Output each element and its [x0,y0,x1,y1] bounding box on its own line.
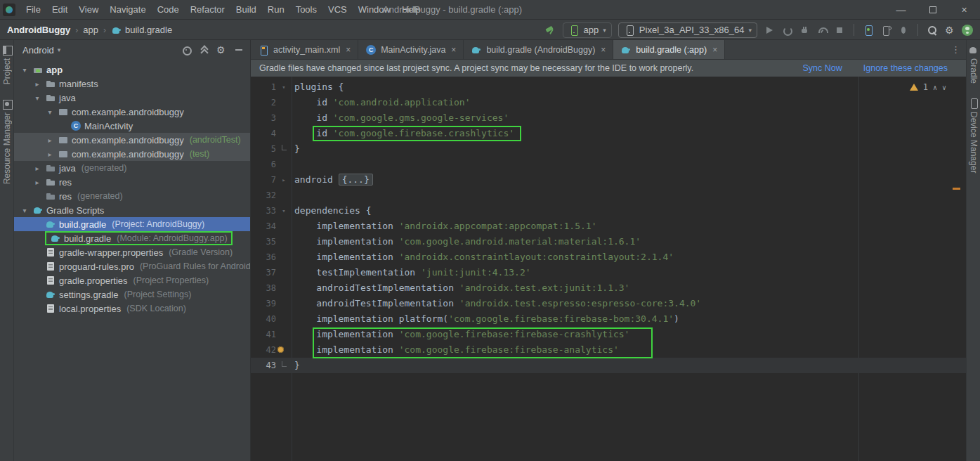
menu-view[interactable]: View [73,1,104,18]
tab-build-gradle-androidbuggy[interactable]: build.gradle (AndroidBuggy)× [464,40,613,59]
code-line-6[interactable]: 6 [251,157,966,172]
code-line-43[interactable]: 43} [251,358,966,373]
run-configuration-select[interactable]: app ▾ [563,22,612,38]
tool-stripe-button-gradle[interactable]: Gradle [968,44,979,84]
menu-vcs[interactable]: VCS [322,1,353,18]
search-icon[interactable] [927,25,938,36]
chevron-down-icon[interactable]: ▾ [20,66,30,74]
maximize-button[interactable] [917,0,948,19]
code-line-32[interactable]: 32 [251,188,966,203]
code-line-2[interactable]: 2 id 'com.android.application' [251,95,966,110]
tree-item-java[interactable]: ▾java [14,91,250,105]
breadcrumb-item-androidbuggy[interactable]: AndroidBuggy [7,25,70,35]
code-line-42[interactable]: 42 implementation 'com.google.firebase:f… [251,342,966,358]
fold-open-icon[interactable]: ▾ [276,79,292,95]
chevron-down-icon[interactable]: ▾ [32,94,42,102]
code-line-4[interactable]: 4 id 'com.google.firebase.crashlytics' [251,126,966,141]
select-opened-file-icon[interactable] [181,44,192,56]
menu-run[interactable]: Run [262,1,290,18]
code-line-1[interactable]: 1▾plugins { [251,79,966,95]
tree-item-manifests[interactable]: ▸manifests [14,77,250,91]
tree-item-local-properties-sdk-location[interactable]: local.properties(SDK Location) [14,301,250,316]
tab-build-gradle-app[interactable]: build.gradle (:app)× [613,40,725,59]
tree-item-res[interactable]: ▸res [14,175,250,189]
project-view-selector[interactable]: Android ▾ [20,44,63,57]
profiler-icon[interactable] [816,25,828,36]
code-line-39[interactable]: 39 androidTestImplementation 'androidx.t… [251,296,966,311]
next-problem-icon[interactable]: ∨ [942,84,946,91]
close-tab-icon[interactable]: × [712,45,717,55]
stop-icon[interactable] [834,25,845,36]
close-tab-icon[interactable]: × [346,45,351,55]
avatar-icon[interactable] [962,25,973,36]
code-line-41[interactable]: 41 implementation 'com.google.firebase:f… [251,327,966,342]
code-line-33[interactable]: 33▾dependencies { [251,203,966,219]
banner-action-sync-now[interactable]: Sync Now [802,63,842,73]
settings-icon[interactable] [216,44,227,56]
fold-closed-icon[interactable]: ▸ [276,172,292,188]
code-line-37[interactable]: 37 testImplementation 'junit:junit:4.13.… [251,265,966,280]
code-line-3[interactable]: 3 id 'com.google.gms.google-services' [251,110,966,126]
tree-item-com-example-androidbuggy[interactable]: ▾com.example.androidbuggy [14,105,250,119]
chevron-right-icon[interactable]: ▸ [32,80,42,88]
close-tab-icon[interactable]: × [451,45,456,55]
fold-end-icon[interactable] [276,358,292,373]
more-vertical-icon[interactable] [948,44,959,56]
close-tab-icon[interactable]: × [601,45,606,55]
tab-activity-main-xml[interactable]: activity_main.xml× [251,40,358,59]
attach-debugger-icon[interactable] [799,25,810,36]
tree-item-settings-gradle-project-settings[interactable]: settings.gradle(Project Settings) [14,287,250,301]
code-line-7[interactable]: 7▸android {...} [251,172,966,188]
hide-panel-icon[interactable] [233,44,244,56]
code-line-35[interactable]: 35 implementation 'com.google.android.ma… [251,234,966,249]
menu-build[interactable]: Build [230,1,262,18]
tree-item-gradle-properties-project-properties[interactable]: gradle.properties(Project Properties) [14,273,250,287]
code-line-36[interactable]: 36 implementation 'androidx.constraintla… [251,249,966,265]
menu-file[interactable]: File [20,1,46,18]
tree-item-res-generated[interactable]: res(generated) [14,189,250,203]
menu-code[interactable]: Code [152,1,185,18]
tool-stripe-button-project[interactable]: Project [1,44,13,84]
menu-refactor[interactable]: Refactor [185,1,230,18]
chevron-down-icon[interactable]: ▾ [45,108,55,116]
intention-bulb-icon[interactable] [277,346,284,353]
banner-action-ignore-these-changes[interactable]: Ignore these changes [863,63,948,73]
menu-edit[interactable]: Edit [46,1,73,18]
build-hammer-icon[interactable] [545,25,556,36]
collapse-all-icon[interactable] [198,44,209,56]
tool-stripe-button-resource-manager[interactable]: Resource Manager [1,98,13,184]
tree-item-com-example-androidbuggy-androidtest[interactable]: ▸com.example.androidbuggy(androidTest) [14,133,250,147]
code-line-5[interactable]: 5} [251,141,966,157]
device-manager-icon[interactable] [863,25,874,36]
run-icon[interactable] [764,25,775,36]
chevron-right-icon[interactable]: ▸ [45,150,55,158]
tree-item-build-gradle-project-androidbuggy[interactable]: build.gradle(Project: AndroidBuggy) [14,217,250,231]
chevron-right-icon[interactable]: ▸ [45,136,55,144]
tree-item-gradle-wrapper-properties-gradle-version[interactable]: gradle-wrapper.properties(Gradle Version… [14,245,250,259]
tree-item-build-gradle-module-androidbuggy-app[interactable]: build.gradle(Module: AndroidBuggy.app) [14,231,250,245]
previous-problem-icon[interactable]: ∧ [933,84,937,91]
bug-report-icon[interactable] [898,25,909,36]
chevron-right-icon[interactable]: ▸ [32,178,42,186]
tree-item-proguard-rules-pro-proguard-rules-for-androidbuggy[interactable]: proguard-rules.pro(ProGuard Rules for An… [14,259,250,273]
menu-navigate[interactable]: Navigate [104,1,151,18]
apply-changes-icon[interactable] [781,25,792,36]
tab-mainactivity-java[interactable]: MainActivity.java× [358,40,464,59]
breadcrumb-item-app[interactable]: app [83,25,98,35]
code-line-38[interactable]: 38 androidTestImplementation 'androidx.t… [251,280,966,296]
tree-item-com-example-androidbuggy-test[interactable]: ▸com.example.androidbuggy(test) [14,147,250,161]
tree-item-gradle-scripts[interactable]: ▾Gradle Scripts [14,203,250,217]
chevron-down-icon[interactable]: ▾ [20,207,30,214]
tree-item-java-generated[interactable]: ▸java(generated) [14,161,250,175]
code-line-34[interactable]: 34 implementation 'androidx.appcompat:ap… [251,219,966,234]
fold-end-icon[interactable] [276,141,292,157]
pair-device-icon[interactable] [880,25,891,36]
tree-item-app[interactable]: ▾app [14,63,250,77]
fold-open-icon[interactable]: ▾ [276,203,292,219]
tree-item-mainactivity[interactable]: MainActivity [14,119,250,133]
inspection-widget[interactable]: 1 ∧ ∨ [910,82,946,92]
device-select[interactable]: Pixel_3a_API_33_x86_64 ▾ [618,22,757,38]
breadcrumb-item-build-gradle[interactable]: build.gradle [111,25,172,36]
code-editor[interactable]: 1▾plugins {2 id 'com.android.application… [251,77,966,461]
folded-region[interactable]: {...} [339,174,373,186]
